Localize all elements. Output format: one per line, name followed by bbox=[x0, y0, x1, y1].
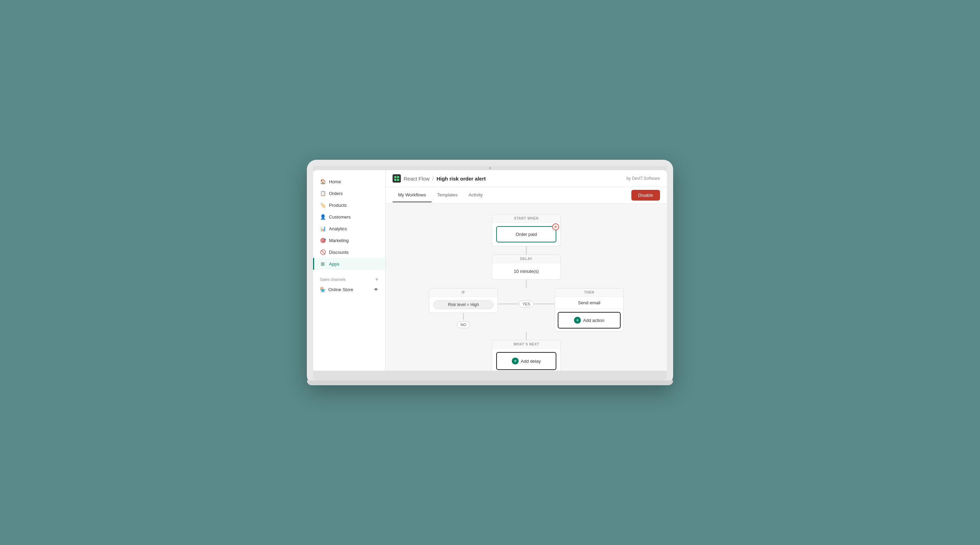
add-sales-channel-button[interactable]: + bbox=[375, 277, 379, 282]
sidebar-item-products-label: Products bbox=[329, 202, 347, 208]
sidebar-item-apps[interactable]: ⊞ Apps bbox=[313, 258, 385, 270]
sidebar-item-discounts-label: Discounts bbox=[329, 250, 348, 255]
connector-1 bbox=[526, 246, 527, 255]
breadcrumb-app-name: React Flow bbox=[404, 176, 430, 182]
sidebar-item-home-label: Home bbox=[329, 179, 341, 184]
if-body: Risk level = High bbox=[429, 297, 498, 312]
sidebar-item-marketing-label: Marketing bbox=[329, 238, 348, 243]
sidebar-item-home[interactable]: 🏠 Home bbox=[313, 176, 385, 187]
home-icon: 🏠 bbox=[320, 179, 326, 184]
analytics-icon: 📊 bbox=[320, 226, 326, 231]
flow-wrapper: START WHEN Order paid ✕ bbox=[429, 214, 624, 371]
send-email-row[interactable]: Send email bbox=[555, 297, 624, 309]
close-icon: ✕ bbox=[554, 225, 557, 229]
breadcrumb-workflow-title: High risk order alert bbox=[436, 176, 486, 182]
sidebar-item-marketing[interactable]: 🎯 Marketing bbox=[313, 234, 385, 246]
start-when-body: Order paid ✕ bbox=[492, 223, 560, 246]
sidebar-item-discounts[interactable]: 🚫 Discounts bbox=[313, 246, 385, 258]
add-delay-label: Add delay bbox=[521, 359, 541, 364]
store-icon: 🏪 bbox=[320, 287, 326, 292]
if-header: IF bbox=[429, 288, 498, 297]
top-bar: React Flow / High risk order alert by De… bbox=[386, 170, 667, 187]
main-content: React Flow / High risk order alert by De… bbox=[386, 170, 667, 371]
workflow-canvas: START WHEN Order paid ✕ bbox=[386, 204, 667, 371]
delay-value[interactable]: 10 minute(s) bbox=[496, 267, 556, 276]
marketing-icon: 🎯 bbox=[320, 237, 326, 243]
online-store-item[interactable]: 🏪 Online Store 👁 bbox=[320, 285, 379, 294]
close-start-when-button[interactable]: ✕ bbox=[552, 223, 559, 230]
branch-left-col: IF Risk level = High NO bbox=[429, 288, 498, 328]
sidebar-item-orders[interactable]: 📋 Orders bbox=[313, 187, 385, 199]
delay-node: DELAY 10 minute(s) bbox=[492, 255, 561, 280]
breadcrumb-separator: / bbox=[432, 176, 434, 182]
add-action-label: Add action bbox=[583, 318, 604, 323]
products-icon: 🏷️ bbox=[320, 202, 326, 208]
connector-no bbox=[463, 313, 464, 320]
sidebar: 🏠 Home 📋 Orders 🏷️ Products 👤 Customers bbox=[313, 170, 386, 371]
customers-icon: 👤 bbox=[320, 214, 326, 220]
start-when-header: START WHEN bbox=[492, 214, 560, 223]
sales-channels-section: Sales channels + 🏪 Online Store 👁 bbox=[313, 277, 385, 294]
tab-activity[interactable]: Activity bbox=[463, 188, 488, 202]
start-when-inner-wrapper: Order paid ✕ bbox=[496, 226, 556, 242]
branch-row: IF Risk level = High NO bbox=[429, 288, 624, 331]
no-badge: NO bbox=[457, 321, 470, 328]
sidebar-item-customers-label: Customers bbox=[329, 214, 351, 220]
apps-icon: ⊞ bbox=[320, 261, 326, 267]
connector-2 bbox=[526, 280, 527, 288]
sidebar-item-customers[interactable]: 👤 Customers bbox=[313, 211, 385, 223]
credit-text: by DevIT.Software bbox=[627, 176, 660, 181]
sales-channels-label: Sales channels bbox=[320, 277, 346, 282]
delay-header: DELAY bbox=[492, 255, 560, 263]
sidebar-item-analytics-label: Analytics bbox=[329, 226, 347, 231]
tab-templates[interactable]: Templates bbox=[431, 188, 463, 202]
disable-button[interactable]: Disable bbox=[632, 190, 660, 201]
tabs-list: My Workflows Templates Activity bbox=[393, 188, 488, 202]
sidebar-item-orders-label: Orders bbox=[329, 191, 343, 196]
start-when-value-text: Order paid bbox=[515, 232, 537, 237]
orders-icon: 📋 bbox=[320, 191, 326, 196]
tab-my-workflows[interactable]: My Workflows bbox=[393, 188, 431, 202]
add-action-plus-icon: + bbox=[574, 317, 581, 323]
if-condition[interactable]: Risk level = High bbox=[433, 300, 493, 309]
then-node: THEN Send email + Add action bbox=[555, 288, 624, 331]
sidebar-item-analytics[interactable]: 📊 Analytics bbox=[313, 223, 385, 234]
sidebar-item-apps-label: Apps bbox=[329, 261, 339, 267]
breadcrumb: React Flow / High risk order alert bbox=[393, 174, 486, 183]
branch-right-col: THEN Send email + Add action bbox=[555, 288, 624, 331]
add-delay-button[interactable]: + Add delay bbox=[496, 352, 556, 370]
discounts-icon: 🚫 bbox=[320, 249, 326, 255]
add-action-button[interactable]: + Add action bbox=[558, 312, 620, 328]
sidebar-item-products[interactable]: 🏷️ Products bbox=[313, 199, 385, 211]
delay-body: 10 minute(s) bbox=[492, 263, 560, 279]
add-delay-plus-icon: + bbox=[512, 358, 519, 365]
whats-next-body: + Add delay bbox=[492, 349, 560, 371]
yes-line-2 bbox=[534, 304, 555, 304]
start-when-value[interactable]: Order paid bbox=[496, 226, 556, 242]
then-header: THEN bbox=[555, 288, 624, 297]
tabs-bar: My Workflows Templates Activity Disable bbox=[386, 187, 667, 204]
app-logo bbox=[393, 174, 401, 183]
connector-3 bbox=[526, 331, 527, 340]
yes-connector: YES bbox=[498, 288, 555, 308]
yes-badge: YES bbox=[519, 301, 534, 308]
whats-next-header: WHAT`S NEXT bbox=[492, 340, 560, 349]
start-when-node: START WHEN Order paid ✕ bbox=[492, 214, 561, 246]
whats-next-node: WHAT`S NEXT + Add delay bbox=[492, 340, 561, 371]
eye-icon[interactable]: 👁 bbox=[374, 287, 379, 292]
online-store-label: Online Store bbox=[328, 287, 353, 292]
if-node: IF Risk level = High bbox=[429, 288, 498, 313]
yes-line bbox=[498, 304, 519, 304]
